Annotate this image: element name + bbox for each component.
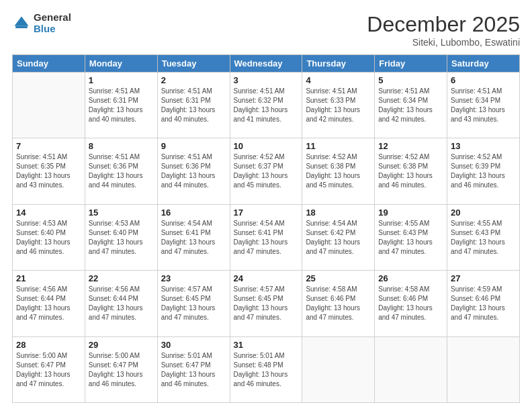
table-row: 31Sunrise: 5:01 AMSunset: 6:48 PMDayligh… bbox=[230, 336, 302, 402]
table-row: 16Sunrise: 4:54 AMSunset: 6:41 PMDayligh… bbox=[157, 204, 230, 270]
col-tuesday: Tuesday bbox=[157, 55, 230, 73]
table-row: 6Sunrise: 4:51 AMSunset: 6:34 PMDaylight… bbox=[447, 73, 520, 138]
calendar-week-row: 28Sunrise: 5:00 AMSunset: 6:47 PMDayligh… bbox=[13, 336, 520, 402]
day-info: Sunrise: 5:01 AMSunset: 6:47 PMDaylight:… bbox=[161, 351, 226, 389]
table-row: 15Sunrise: 4:53 AMSunset: 6:40 PMDayligh… bbox=[85, 204, 157, 270]
day-number: 18 bbox=[306, 208, 371, 218]
day-info: Sunrise: 5:00 AMSunset: 6:47 PMDaylight:… bbox=[16, 351, 81, 389]
day-number: 30 bbox=[161, 340, 226, 350]
calendar-header-row: Sunday Monday Tuesday Wednesday Thursday… bbox=[13, 55, 520, 73]
day-info: Sunrise: 4:53 AMSunset: 6:40 PMDaylight:… bbox=[16, 219, 81, 257]
logo-blue: Blue bbox=[34, 24, 71, 35]
day-info: Sunrise: 4:51 AMSunset: 6:31 PMDaylight:… bbox=[161, 87, 226, 124]
day-info: Sunrise: 4:52 AMSunset: 6:37 PMDaylight:… bbox=[234, 152, 299, 190]
table-row: 12Sunrise: 4:52 AMSunset: 6:38 PMDayligh… bbox=[375, 138, 447, 204]
title-block: December 2025 Siteki, Lubombo, Eswatini bbox=[367, 12, 520, 48]
day-number: 1 bbox=[89, 75, 154, 85]
header: General Blue December 2025 Siteki, Lubom… bbox=[12, 12, 520, 48]
table-row: 29Sunrise: 5:00 AMSunset: 6:47 PMDayligh… bbox=[85, 336, 157, 402]
table-row: 20Sunrise: 4:55 AMSunset: 6:43 PMDayligh… bbox=[447, 204, 520, 270]
day-number: 20 bbox=[451, 208, 516, 218]
logo-text: General Blue bbox=[34, 12, 71, 34]
day-number: 8 bbox=[89, 141, 154, 151]
table-row: 19Sunrise: 4:55 AMSunset: 6:43 PMDayligh… bbox=[375, 204, 447, 270]
svg-rect-1 bbox=[15, 26, 28, 28]
col-friday: Friday bbox=[375, 55, 447, 73]
day-number: 7 bbox=[16, 141, 81, 151]
location-title: Siteki, Lubombo, Eswatini bbox=[367, 37, 520, 48]
table-row: 18Sunrise: 4:54 AMSunset: 6:42 PMDayligh… bbox=[302, 204, 375, 270]
col-saturday: Saturday bbox=[447, 55, 520, 73]
day-info: Sunrise: 4:55 AMSunset: 6:43 PMDaylight:… bbox=[451, 219, 516, 257]
day-info: Sunrise: 4:52 AMSunset: 6:38 PMDaylight:… bbox=[306, 152, 371, 190]
day-number: 10 bbox=[234, 141, 299, 151]
table-row: 13Sunrise: 4:52 AMSunset: 6:39 PMDayligh… bbox=[447, 138, 520, 204]
day-info: Sunrise: 4:55 AMSunset: 6:43 PMDaylight:… bbox=[378, 219, 443, 257]
table-row: 3Sunrise: 4:51 AMSunset: 6:32 PMDaylight… bbox=[230, 73, 302, 138]
day-number: 21 bbox=[16, 273, 81, 283]
day-info: Sunrise: 4:51 AMSunset: 6:35 PMDaylight:… bbox=[16, 152, 81, 190]
table-row: 24Sunrise: 4:57 AMSunset: 6:45 PMDayligh… bbox=[230, 271, 302, 336]
day-info: Sunrise: 4:57 AMSunset: 6:45 PMDaylight:… bbox=[234, 285, 299, 322]
table-row: 27Sunrise: 4:59 AMSunset: 6:46 PMDayligh… bbox=[447, 271, 520, 336]
day-number: 28 bbox=[16, 340, 81, 350]
table-row: 30Sunrise: 5:01 AMSunset: 6:47 PMDayligh… bbox=[157, 336, 230, 402]
col-wednesday: Wednesday bbox=[230, 55, 302, 73]
day-info: Sunrise: 4:58 AMSunset: 6:46 PMDaylight:… bbox=[306, 285, 371, 322]
table-row: 9Sunrise: 4:51 AMSunset: 6:36 PMDaylight… bbox=[157, 138, 230, 204]
day-number: 9 bbox=[161, 141, 226, 151]
calendar-week-row: 21Sunrise: 4:56 AMSunset: 6:44 PMDayligh… bbox=[13, 271, 520, 336]
day-info: Sunrise: 4:52 AMSunset: 6:39 PMDaylight:… bbox=[451, 152, 516, 190]
day-number: 19 bbox=[378, 208, 443, 218]
day-info: Sunrise: 4:52 AMSunset: 6:38 PMDaylight:… bbox=[378, 152, 443, 190]
table-row: 26Sunrise: 4:58 AMSunset: 6:46 PMDayligh… bbox=[375, 271, 447, 336]
page: General Blue December 2025 Siteki, Lubom… bbox=[0, 0, 532, 411]
day-number: 4 bbox=[306, 75, 371, 85]
table-row: 11Sunrise: 4:52 AMSunset: 6:38 PMDayligh… bbox=[302, 138, 375, 204]
table-row: 8Sunrise: 4:51 AMSunset: 6:36 PMDaylight… bbox=[85, 138, 157, 204]
col-sunday: Sunday bbox=[13, 55, 85, 73]
table-row: 7Sunrise: 4:51 AMSunset: 6:35 PMDaylight… bbox=[13, 138, 85, 204]
day-info: Sunrise: 5:00 AMSunset: 6:47 PMDaylight:… bbox=[89, 351, 154, 389]
day-info: Sunrise: 4:51 AMSunset: 6:33 PMDaylight:… bbox=[306, 87, 371, 124]
day-number: 11 bbox=[306, 141, 371, 151]
day-info: Sunrise: 4:54 AMSunset: 6:42 PMDaylight:… bbox=[306, 219, 371, 257]
table-row: 10Sunrise: 4:52 AMSunset: 6:37 PMDayligh… bbox=[230, 138, 302, 204]
day-number: 5 bbox=[378, 75, 443, 85]
table-row: 17Sunrise: 4:54 AMSunset: 6:41 PMDayligh… bbox=[230, 204, 302, 270]
table-row: 28Sunrise: 5:00 AMSunset: 6:47 PMDayligh… bbox=[13, 336, 85, 402]
day-number: 29 bbox=[89, 340, 154, 350]
day-info: Sunrise: 4:51 AMSunset: 6:36 PMDaylight:… bbox=[89, 152, 154, 190]
day-info: Sunrise: 4:51 AMSunset: 6:36 PMDaylight:… bbox=[161, 152, 226, 190]
logo: General Blue bbox=[12, 12, 71, 34]
calendar-week-row: 7Sunrise: 4:51 AMSunset: 6:35 PMDaylight… bbox=[13, 138, 520, 204]
table-row: 4Sunrise: 4:51 AMSunset: 6:33 PMDaylight… bbox=[302, 73, 375, 138]
month-title: December 2025 bbox=[367, 12, 520, 37]
day-number: 14 bbox=[16, 208, 81, 218]
calendar-week-row: 1Sunrise: 4:51 AMSunset: 6:31 PMDaylight… bbox=[13, 73, 520, 138]
day-number: 6 bbox=[451, 75, 516, 85]
day-info: Sunrise: 4:59 AMSunset: 6:46 PMDaylight:… bbox=[451, 285, 516, 322]
table-row: 1Sunrise: 4:51 AMSunset: 6:31 PMDaylight… bbox=[85, 73, 157, 138]
calendar-table: Sunday Monday Tuesday Wednesday Thursday… bbox=[12, 54, 520, 403]
day-number: 22 bbox=[89, 273, 154, 283]
day-number: 12 bbox=[378, 141, 443, 151]
day-info: Sunrise: 4:54 AMSunset: 6:41 PMDaylight:… bbox=[234, 219, 299, 257]
day-number: 25 bbox=[306, 273, 371, 283]
day-info: Sunrise: 4:58 AMSunset: 6:46 PMDaylight:… bbox=[378, 285, 443, 322]
day-number: 26 bbox=[378, 273, 443, 283]
calendar-week-row: 14Sunrise: 4:53 AMSunset: 6:40 PMDayligh… bbox=[13, 204, 520, 270]
day-number: 31 bbox=[234, 340, 299, 350]
day-info: Sunrise: 4:54 AMSunset: 6:41 PMDaylight:… bbox=[161, 219, 226, 257]
table-row: 5Sunrise: 4:51 AMSunset: 6:34 PMDaylight… bbox=[375, 73, 447, 138]
table-row: 21Sunrise: 4:56 AMSunset: 6:44 PMDayligh… bbox=[13, 271, 85, 336]
day-number: 17 bbox=[234, 208, 299, 218]
table-row: 23Sunrise: 4:57 AMSunset: 6:45 PMDayligh… bbox=[157, 271, 230, 336]
table-row: 2Sunrise: 4:51 AMSunset: 6:31 PMDaylight… bbox=[157, 73, 230, 138]
day-info: Sunrise: 4:57 AMSunset: 6:45 PMDaylight:… bbox=[161, 285, 226, 322]
table-row: 22Sunrise: 4:56 AMSunset: 6:44 PMDayligh… bbox=[85, 271, 157, 336]
day-number: 13 bbox=[451, 141, 516, 151]
day-info: Sunrise: 5:01 AMSunset: 6:48 PMDaylight:… bbox=[234, 351, 299, 389]
day-info: Sunrise: 4:51 AMSunset: 6:32 PMDaylight:… bbox=[234, 87, 299, 124]
day-number: 23 bbox=[161, 273, 226, 283]
